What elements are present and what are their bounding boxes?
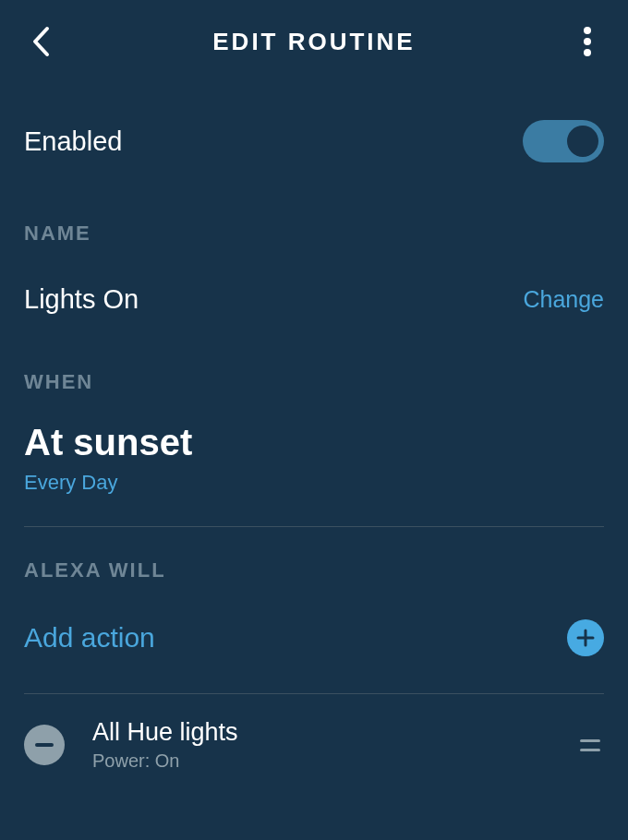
- enabled-row: Enabled: [0, 120, 628, 162]
- edit-routine-screen: EDIT ROUTINE Enabled NAME Lights On Chan…: [0, 0, 628, 840]
- svg-point-0: [584, 27, 591, 34]
- when-trigger-recurrence: Every Day: [24, 471, 604, 495]
- routine-name-row: Lights On Change: [0, 284, 628, 315]
- section-label-name: NAME: [0, 222, 628, 246]
- section-label-alexa-will: ALEXA WILL: [0, 558, 628, 582]
- plus-icon: [575, 628, 596, 648]
- page-title: EDIT ROUTINE: [59, 28, 569, 56]
- kebab-menu-icon: [584, 26, 591, 57]
- section-label-when: WHEN: [0, 370, 628, 394]
- action-item-row[interactable]: All Hue lights Power: On: [0, 694, 628, 772]
- action-item-text: All Hue lights Power: On: [65, 718, 576, 772]
- action-item-subtitle: Power: On: [92, 750, 576, 772]
- drag-handle-icon: [580, 749, 600, 751]
- toggle-knob: [567, 126, 598, 157]
- svg-point-1: [584, 38, 591, 45]
- when-trigger-title: At sunset: [24, 422, 604, 463]
- divider: [24, 526, 604, 527]
- enabled-label: Enabled: [24, 126, 122, 157]
- add-action-button[interactable]: [567, 619, 604, 656]
- svg-point-2: [584, 49, 591, 56]
- add-action-row[interactable]: Add action: [0, 619, 628, 656]
- action-item-title: All Hue lights: [92, 718, 576, 747]
- change-name-link[interactable]: Change: [523, 286, 604, 313]
- enabled-toggle[interactable]: [523, 120, 604, 162]
- more-options-button[interactable]: [569, 23, 606, 60]
- chevron-left-icon: [31, 26, 50, 57]
- routine-name-value: Lights On: [24, 284, 139, 315]
- drag-handle-icon: [580, 739, 600, 742]
- when-trigger-block[interactable]: At sunset Every Day: [0, 422, 628, 495]
- drag-handle[interactable]: [576, 739, 604, 751]
- add-action-label: Add action: [24, 622, 155, 654]
- remove-action-button[interactable]: [24, 725, 65, 765]
- header-bar: EDIT ROUTINE: [0, 0, 628, 83]
- minus-icon: [35, 743, 54, 747]
- back-button[interactable]: [22, 23, 59, 60]
